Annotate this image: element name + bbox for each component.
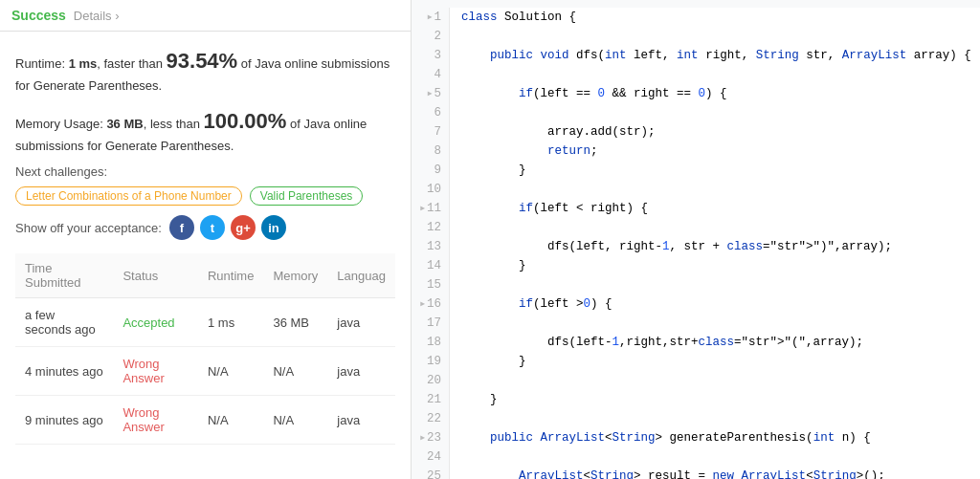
memory-prefix: Memory Usage: [15,117,106,131]
code-line: return; [461,142,969,161]
cell-memory: 36 MB [263,298,327,347]
code-line [461,314,969,333]
line-number: 2 [419,27,441,46]
code-line [461,27,969,46]
linkedin-icon[interactable]: in [261,215,286,240]
line-number: ▶5 [419,84,441,103]
runtime-prefix: Runtime: [15,56,69,71]
col-time: Time Submitted [15,253,113,298]
code-line [461,275,969,294]
content-area: Runtime: 1 ms, faster than 93.54% of Jav… [0,32,411,458]
line-number: ▶11 [419,199,441,218]
cell-memory: N/A [263,396,327,445]
share-label: Show off your acceptance: [15,221,162,235]
code-line [461,103,969,122]
cell-time: a few seconds ago [15,298,113,347]
twitter-icon[interactable]: t [200,215,225,240]
line-number: 8 [419,142,441,161]
line-numbers: ▶1234▶5678910▶1112131415▶16171819202122▶… [412,8,450,479]
code-line: public void dfs(int left, int right, Str… [461,46,969,65]
code-line: public ArrayList<String> generateParenth… [461,428,969,447]
code-line [461,218,969,237]
code-line: if(left < right) { [461,199,969,218]
details-link[interactable]: Details › [74,9,120,23]
right-panel: ▶1234▶5678910▶1112131415▶16171819202122▶… [412,0,980,479]
code-content: class Solution { public void dfs(int lef… [450,8,980,479]
table-row[interactable]: a few seconds ago Accepted 1 ms 36 MB ja… [15,298,395,347]
line-number: 25 [419,467,441,479]
memory-value: 36 MB [106,117,143,131]
code-line [461,447,969,467]
table-row[interactable]: 4 minutes ago Wrong Answer N/A N/A java [15,347,395,396]
tag-letter-combinations[interactable]: Letter Combinations of a Phone Number [15,186,242,206]
code-line [461,65,969,84]
cell-status: Wrong Answer [113,396,198,445]
line-number: 6 [419,103,441,122]
line-number: ▶16 [419,294,441,314]
runtime-mid: , faster than [97,56,166,71]
share-row: Show off your acceptance: f t g+ in [15,215,395,240]
line-number: 22 [419,409,441,428]
cell-runtime: 1 ms [198,298,263,347]
cell-lang: java [327,396,395,445]
line-number: 18 [419,333,441,352]
cell-lang: java [327,347,395,396]
col-runtime: Runtime [198,253,263,298]
code-line: dfs(left, right-1, str + class="str">")"… [461,237,969,256]
cell-runtime: N/A [198,347,263,396]
line-number: 14 [419,256,441,275]
tag-valid-parentheses[interactable]: Valid Parentheses [250,186,364,206]
code-line [461,180,969,199]
memory-info: Memory Usage: 36 MB, less than 100.00% o… [15,105,395,156]
line-number: 20 [419,371,441,390]
code-line: } [461,256,969,275]
runtime-value: 1 ms [69,56,98,71]
col-lang: Languag [327,253,395,298]
line-number: 24 [419,447,441,467]
success-label: Success [11,8,66,23]
code-line: } [461,161,969,180]
line-number: 4 [419,65,441,84]
code-line: class Solution { [461,8,969,27]
code-line: } [461,352,969,371]
googleplus-icon[interactable]: g+ [231,215,256,240]
cell-runtime: N/A [198,396,263,445]
col-status: Status [113,253,198,298]
cell-time: 9 minutes ago [15,396,113,445]
runtime-info: Runtime: 1 ms, faster than 93.54% of Jav… [15,45,395,96]
code-line: if(left >0) { [461,294,969,314]
memory-pct: 100.00% [204,109,287,133]
line-number: 3 [419,46,441,65]
line-number: ▶1 [419,8,441,27]
memory-mid: , less than [144,117,204,131]
cell-memory: N/A [263,347,327,396]
code-line: array.add(str); [461,122,969,142]
line-number: 10 [419,180,441,199]
line-number: 19 [419,352,441,371]
code-line: if(left == 0 && right == 0) { [461,84,969,103]
left-panel: Success Details › Runtime: 1 ms, faster … [0,0,412,479]
line-number: 13 [419,237,441,256]
line-number: 7 [419,122,441,142]
line-number: ▶23 [419,428,441,447]
table-row[interactable]: 9 minutes ago Wrong Answer N/A N/A java [15,396,395,445]
top-nav: Success Details › [0,0,411,32]
code-line [461,409,969,428]
next-challenges-label: Next challenges: [15,164,395,179]
challenge-tags: Letter Combinations of a Phone Number Va… [15,186,395,206]
code-area: ▶1234▶5678910▶1112131415▶16171819202122▶… [412,0,980,479]
code-line: } [461,390,969,409]
code-line: dfs(left-1,right,str+class="str">"(",arr… [461,333,969,352]
cell-time: 4 minutes ago [15,347,113,396]
runtime-pct: 93.54% [167,49,238,73]
cell-status: Accepted [113,298,198,347]
code-line: ArrayList<String> result = new ArrayList… [461,467,969,479]
submissions-table: Time Submitted Status Runtime Memory Lan… [15,253,395,445]
cell-lang: java [327,298,395,347]
facebook-icon[interactable]: f [169,215,194,240]
col-memory: Memory [263,253,327,298]
line-number: 12 [419,218,441,237]
line-number: 17 [419,314,441,333]
line-number: 21 [419,390,441,409]
social-icons: f t g+ in [169,215,286,240]
